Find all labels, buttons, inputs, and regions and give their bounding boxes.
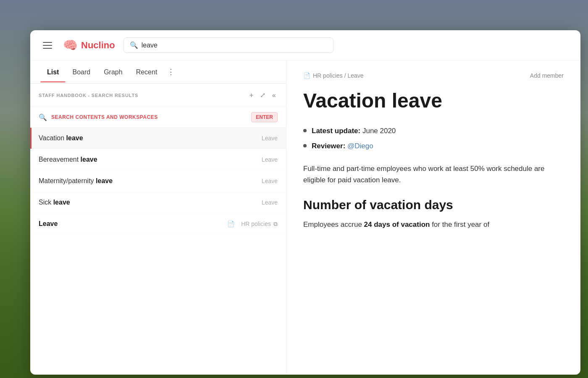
body-paragraph: Full-time and part-time employees who wo… <box>303 163 564 186</box>
section-body-prefix: Employees accrue <box>303 220 364 228</box>
section-heading: Number of vacation days <box>303 198 564 212</box>
tab-board[interactable]: Board <box>66 62 97 82</box>
result-item-text: Bereavement leave <box>39 156 257 163</box>
logo[interactable]: 🧠 Nuclino <box>63 38 115 52</box>
result-item-badge: HR policies <box>241 220 271 227</box>
tab-list[interactable]: List <box>40 62 66 82</box>
list-item[interactable]: Vacation leave Leave <box>30 128 286 149</box>
enter-badge: ENTER <box>251 112 278 122</box>
result-item-badge: Leave <box>262 135 278 142</box>
search-contents-text: SEARCH CONTENTS AND WORKSPACES <box>51 114 247 120</box>
list-item: Reviewer: @Diego <box>303 141 564 152</box>
tab-recent[interactable]: Recent <box>129 62 164 82</box>
section-body-bold: 24 days of vacation <box>364 220 430 228</box>
results-list: Vacation leave Leave Bereavement leave L… <box>30 128 286 375</box>
result-item-text: Sick leave <box>39 199 257 206</box>
result-item-badge: Leave <box>262 199 278 206</box>
bullet-label-bold: Latest update: <box>312 127 360 135</box>
search-contents-icon: 🔍 <box>39 113 47 121</box>
sidebar-actions: + ⤢ « <box>248 89 278 101</box>
add-member-button[interactable]: Add member <box>530 72 564 79</box>
app-container: 🧠 Nuclino 🔍 List Board Graph <box>30 30 580 375</box>
main-content: 📄 HR policies / Leave Add member Vacatio… <box>286 60 580 375</box>
sidebar-title: STAFF HANDBOOK - SEARCH RESULTS <box>39 93 244 98</box>
breadcrumb-doc-icon: 📄 <box>303 72 310 79</box>
section-body: Employees accrue 24 days of vacation for… <box>303 219 564 230</box>
logo-icon: 🧠 <box>63 38 78 52</box>
search-bar[interactable]: 🔍 <box>123 37 333 53</box>
tab-graph[interactable]: Graph <box>97 62 129 82</box>
tab-more-button[interactable]: ⋮ <box>164 60 178 83</box>
section-body-suffix: for the first year of <box>430 220 489 228</box>
collapse-button[interactable]: « <box>270 90 278 101</box>
page-title: Vacation leave <box>303 89 564 112</box>
expand-button[interactable]: ⤢ <box>258 89 267 101</box>
breadcrumb-path: HR policies / Leave <box>313 72 364 79</box>
bullet-label-text: June 2020 <box>362 127 396 135</box>
sidebar-header: STAFF HANDBOOK - SEARCH RESULTS + ⤢ « <box>30 84 286 107</box>
body-layout: List Board Graph Recent ⋮ STAFF HANDBOOK… <box>30 60 580 375</box>
search-input[interactable] <box>142 42 327 49</box>
copy-icon: ⧉ <box>273 220 278 228</box>
result-item-text: Leave <box>39 220 227 228</box>
list-item[interactable]: Bereavement leave Leave <box>30 149 286 171</box>
result-item-badge: Leave <box>262 156 278 163</box>
list-item[interactable]: Sick leave Leave <box>30 192 286 213</box>
result-item-text: Maternity/paternity leave <box>39 177 257 185</box>
search-contents-row[interactable]: 🔍 SEARCH CONTENTS AND WORKSPACES ENTER <box>30 107 286 128</box>
bullet-dot <box>303 144 307 147</box>
list-item[interactable]: Maternity/paternity leave Leave <box>30 171 286 192</box>
add-item-button[interactable]: + <box>248 90 255 101</box>
document-icon: 📄 <box>227 220 234 227</box>
header: 🧠 Nuclino 🔍 <box>30 30 580 60</box>
result-item-icons: 📄 HR policies ⧉ <box>227 220 278 228</box>
sidebar: List Board Graph Recent ⋮ STAFF HANDBOOK… <box>30 60 286 375</box>
result-item-text: Vacation leave <box>39 134 257 142</box>
result-item-badge: Leave <box>262 178 278 184</box>
tabs-bar: List Board Graph Recent ⋮ <box>30 60 286 84</box>
list-item: Latest update: June 2020 <box>303 126 564 136</box>
breadcrumb: 📄 HR policies / Leave Add member <box>303 72 564 79</box>
reviewer-link[interactable]: @Diego <box>347 142 373 150</box>
search-icon: 🔍 <box>130 41 138 49</box>
logo-text: Nuclino <box>81 40 115 51</box>
bullet-list: Latest update: June 2020 Reviewer: @Dieg… <box>303 126 564 151</box>
list-item[interactable]: Leave 📄 HR policies ⧉ <box>30 213 286 235</box>
bullet-dot <box>303 129 307 132</box>
bullet-reviewer-label: Reviewer: <box>312 142 345 150</box>
menu-button[interactable] <box>40 39 55 51</box>
